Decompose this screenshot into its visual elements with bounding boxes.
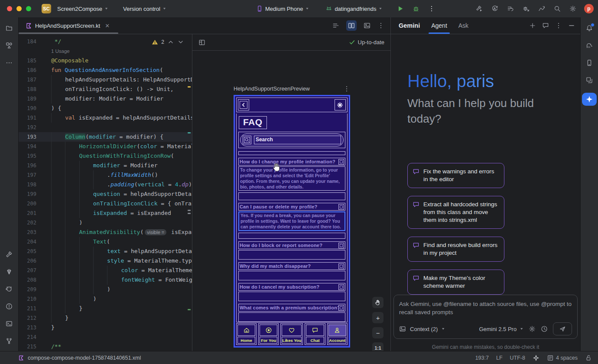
highlight-stripe-mark[interactable] bbox=[188, 132, 191, 133]
layout-inspector-icon[interactable] bbox=[582, 73, 597, 88]
run-configuration-selector[interactable]: datingandfriends▼ bbox=[323, 3, 385, 14]
build-run-icon[interactable] bbox=[473, 3, 485, 15]
code-line[interactable]: 185@Composable bbox=[19, 56, 192, 65]
code-line[interactable]: 191val isExpanded = helpAndSupportDetail… bbox=[19, 113, 192, 123]
line-number-gutter[interactable]: 185 bbox=[19, 56, 51, 65]
code-line[interactable]: 203AnimatedVisibility(visible = isExpan bbox=[19, 228, 192, 237]
indent-selector[interactable]: 4 spaces bbox=[547, 354, 578, 361]
status-file[interactable]: compose-compose-model-1758748140651.xml bbox=[18, 355, 141, 361]
ai-actions-icon[interactable] bbox=[489, 3, 501, 15]
line-number-gutter[interactable]: 197 bbox=[19, 170, 51, 180]
run-button[interactable] bbox=[394, 3, 406, 15]
code-line[interactable]: 195QuestionWithTrailingIconRow( bbox=[19, 151, 192, 161]
line-number-gutter[interactable]: 207 bbox=[19, 266, 51, 275]
conversations-icon[interactable] bbox=[542, 22, 549, 29]
line-number-gutter[interactable]: 191 bbox=[19, 113, 51, 123]
hide-panel-icon[interactable] bbox=[568, 22, 575, 29]
code-line[interactable]: 193Column(modifier = modifier) { bbox=[19, 132, 192, 142]
nav-item-account[interactable]: Account bbox=[327, 323, 348, 345]
suggestion-chip[interactable]: Find and resolve build errors in my proj… bbox=[407, 237, 504, 262]
suggestion-chip[interactable]: Extract all hardcoded strings from this … bbox=[407, 196, 504, 229]
split-view-icon[interactable] bbox=[346, 20, 357, 31]
inspections-widget[interactable]: 2 bbox=[150, 38, 186, 46]
close-window-button[interactable] bbox=[7, 6, 12, 11]
code-line[interactable]: 194HorizontalDivider(color = Material bbox=[19, 142, 192, 151]
faq-question-row[interactable]: Why did my match disappear? bbox=[238, 262, 345, 270]
line-number-gutter[interactable]: 209 bbox=[19, 285, 51, 294]
line-number-gutter[interactable]: 208 bbox=[19, 275, 51, 285]
suggestion-chip[interactable]: Fix the warnings and errors in the edito… bbox=[407, 163, 504, 188]
warning-stripe-mark[interactable] bbox=[188, 86, 191, 88]
design-view-icon[interactable] bbox=[362, 20, 372, 31]
code-line[interactable]: 207color = MaterialTheme. bbox=[19, 266, 192, 275]
expand-toggle-icon[interactable] bbox=[338, 159, 344, 165]
line-number-gutter[interactable]: 198 bbox=[19, 180, 51, 189]
line-number-gutter[interactable]: 194 bbox=[19, 142, 51, 151]
line-number-gutter[interactable]: 212 bbox=[19, 313, 51, 323]
problems-icon[interactable] bbox=[2, 299, 16, 314]
line-ending-selector[interactable]: LF bbox=[496, 355, 503, 361]
context-selector[interactable]: Context (2) ▼ bbox=[410, 326, 445, 332]
code-line[interactable]: 210) bbox=[19, 294, 192, 304]
preview-more-options-icon[interactable] bbox=[343, 85, 350, 92]
code-line[interactable]: 199question = helpAndSupportDetai bbox=[19, 189, 192, 199]
code-line[interactable]: 212} bbox=[19, 313, 192, 323]
expand-toggle-icon[interactable] bbox=[338, 284, 344, 290]
project-folder-icon[interactable] bbox=[2, 21, 16, 36]
model-selector[interactable]: Gemini 2.5 Pro▼ bbox=[479, 326, 523, 332]
faq-question-row[interactable]: How do I change my profile information? bbox=[238, 158, 345, 166]
code-line[interactable]: 204Text( bbox=[19, 237, 192, 247]
preview-layout-icon[interactable] bbox=[198, 39, 205, 46]
version-control-menu[interactable]: Version control▼ bbox=[120, 4, 169, 14]
gemini-tool-button[interactable] bbox=[582, 93, 597, 106]
line-number-gutter[interactable]: 190 bbox=[19, 104, 51, 113]
pan-icon[interactable] bbox=[372, 297, 384, 308]
settings-icon[interactable] bbox=[567, 3, 579, 15]
code-line[interactable]: 196modifier = Modifier bbox=[19, 161, 192, 170]
search-input[interactable]: Search bbox=[240, 133, 344, 146]
code-line[interactable]: 209) bbox=[19, 285, 192, 294]
profiler-icon[interactable] bbox=[536, 3, 548, 15]
code-line[interactable]: 192 bbox=[19, 123, 192, 132]
line-number-gutter[interactable]: 188 bbox=[19, 84, 51, 94]
line-number-gutter[interactable] bbox=[19, 46, 51, 56]
line-number-gutter[interactable]: 186 bbox=[19, 65, 51, 75]
more-actions-icon[interactable] bbox=[426, 3, 438, 15]
code-line[interactable]: 201isExpanded = isExpanded bbox=[19, 208, 192, 218]
project-selector[interactable]: Screen2Compose▼ bbox=[55, 4, 111, 14]
code-line[interactable]: 202) bbox=[19, 218, 192, 228]
occurrence-stripe-mark[interactable] bbox=[188, 210, 191, 211]
zoom-in-button[interactable]: + bbox=[372, 312, 384, 323]
faq-question-row[interactable]: How do I cancel my subscription? bbox=[238, 283, 345, 291]
notifications-icon[interactable] bbox=[582, 21, 597, 36]
suggestion-chip[interactable]: Make my Theme's color scheme warmer bbox=[407, 270, 504, 295]
line-number-gutter[interactable]: 200 bbox=[19, 199, 51, 208]
lock-icon[interactable] bbox=[585, 354, 592, 361]
line-number-gutter[interactable]: 206 bbox=[19, 256, 51, 266]
code-view-icon[interactable] bbox=[331, 20, 341, 31]
send-button[interactable] bbox=[553, 322, 572, 335]
line-number-gutter[interactable]: 184 bbox=[19, 37, 51, 46]
line-number-gutter[interactable]: 199 bbox=[19, 189, 51, 199]
line-number-gutter[interactable]: 211 bbox=[19, 304, 51, 313]
line-number-gutter[interactable]: 204 bbox=[19, 237, 51, 247]
line-number-gutter[interactable]: 187 bbox=[19, 75, 51, 84]
app-quality-insights-icon[interactable] bbox=[2, 264, 16, 279]
new-chat-icon[interactable] bbox=[529, 22, 536, 29]
prompt-settings-icon[interactable] bbox=[529, 325, 536, 332]
line-number-gutter[interactable]: 215 bbox=[19, 342, 51, 351]
code-line[interactable]: 205text = helpAndSupportDetai bbox=[19, 247, 192, 256]
task-list-icon[interactable] bbox=[504, 3, 517, 15]
caret-position[interactable]: 193:7 bbox=[475, 355, 489, 361]
version-control-icon[interactable] bbox=[2, 334, 16, 348]
gemini-prompt-input[interactable]: Ask Gemini, use @filename to attach sour… bbox=[393, 295, 578, 339]
encoding-selector[interactable]: UTF-8 bbox=[510, 355, 525, 361]
line-number-gutter[interactable]: 205 bbox=[19, 247, 51, 256]
code-line[interactable]: 197.fillMaxWidth() bbox=[19, 170, 192, 180]
expand-toggle-icon[interactable] bbox=[338, 243, 344, 248]
line-number-gutter[interactable]: 196 bbox=[19, 161, 51, 170]
nav-item-home[interactable]: Home bbox=[236, 323, 257, 345]
user-avatar[interactable]: p bbox=[584, 4, 594, 13]
zoom-out-button[interactable]: − bbox=[372, 327, 384, 338]
faq-question-row[interactable]: Can I pause or delete my profile? bbox=[238, 203, 345, 211]
